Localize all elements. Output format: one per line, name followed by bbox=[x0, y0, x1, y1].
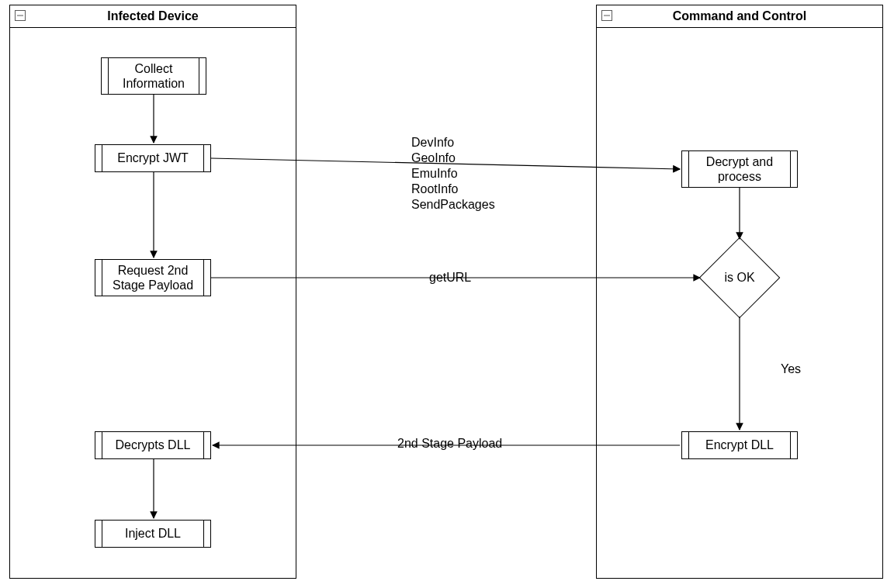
node-label: Collect Information bbox=[123, 61, 185, 91]
node-is-ok: is OK bbox=[711, 249, 768, 306]
node-label: Request 2nd Stage Payload bbox=[113, 263, 193, 292]
node-request-2nd-stage-payload: Request 2nd Stage Payload bbox=[95, 259, 211, 296]
node-label: Encrypt DLL bbox=[705, 438, 774, 452]
node-decrypts-dll: Decrypts DLL bbox=[95, 431, 211, 459]
diagram-canvas: Infected Device Command and Control Coll… bbox=[0, 0, 894, 588]
node-collect-information: Collect Information bbox=[101, 57, 206, 95]
edge-label-2nd-stage-payload: 2nd Stage Payload bbox=[396, 436, 504, 451]
node-encrypt-dll: Encrypt DLL bbox=[681, 431, 798, 459]
node-label: is OK bbox=[711, 249, 768, 306]
swimlane-title: Infected Device bbox=[10, 5, 296, 28]
node-decrypt-and-process: Decrypt and process bbox=[681, 150, 798, 188]
node-label: Inject DLL bbox=[125, 526, 181, 541]
node-inject-dll: Inject DLL bbox=[95, 520, 211, 548]
node-label: Decrypts DLL bbox=[116, 438, 191, 452]
edge-label-devinfo: DevInfo GeoInfo EmuInfo RootInfo SendPac… bbox=[410, 135, 497, 213]
edge-label-yes: Yes bbox=[779, 361, 802, 377]
node-encrypt-jwt: Encrypt JWT bbox=[95, 144, 211, 172]
node-label: Encrypt JWT bbox=[117, 150, 189, 165]
edge-label-geturl: getURL bbox=[428, 270, 473, 285]
node-label: Decrypt and process bbox=[706, 154, 773, 184]
swimlane-title: Command and Control bbox=[597, 5, 882, 28]
